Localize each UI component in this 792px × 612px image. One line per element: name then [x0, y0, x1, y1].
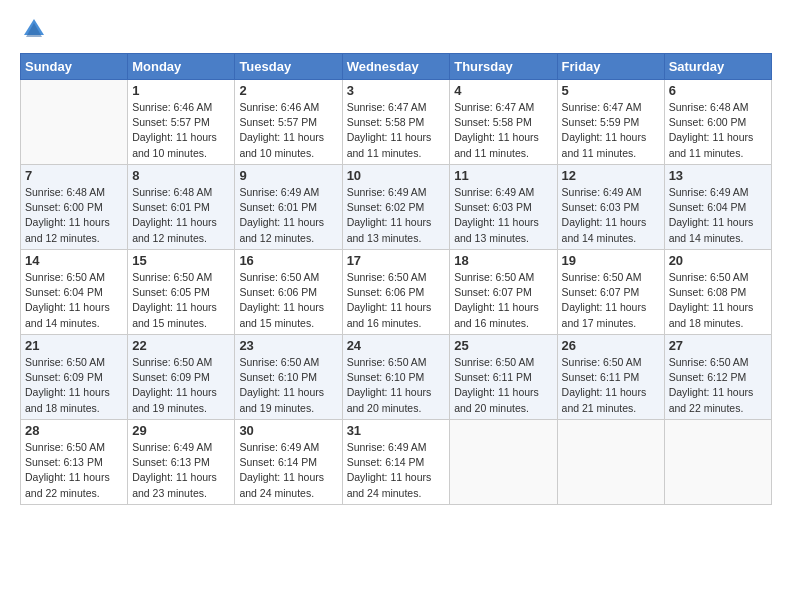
day-info: Sunrise: 6:49 AMSunset: 6:04 PMDaylight:… [669, 185, 767, 246]
day-info: Sunrise: 6:46 AMSunset: 5:57 PMDaylight:… [132, 100, 230, 161]
day-number: 23 [239, 338, 337, 353]
day-info: Sunrise: 6:50 AMSunset: 6:04 PMDaylight:… [25, 270, 123, 331]
calendar-table: SundayMondayTuesdayWednesdayThursdayFrid… [20, 53, 772, 505]
day-number: 7 [25, 168, 123, 183]
day-info: Sunrise: 6:50 AMSunset: 6:11 PMDaylight:… [454, 355, 552, 416]
day-number: 28 [25, 423, 123, 438]
page-container: SundayMondayTuesdayWednesdayThursdayFrid… [0, 0, 792, 515]
day-info: Sunrise: 6:48 AMSunset: 6:01 PMDaylight:… [132, 185, 230, 246]
day-number: 16 [239, 253, 337, 268]
day-number: 14 [25, 253, 123, 268]
day-number: 4 [454, 83, 552, 98]
day-info: Sunrise: 6:48 AMSunset: 6:00 PMDaylight:… [25, 185, 123, 246]
calendar-cell: 30Sunrise: 6:49 AMSunset: 6:14 PMDayligh… [235, 420, 342, 505]
day-info: Sunrise: 6:50 AMSunset: 6:09 PMDaylight:… [132, 355, 230, 416]
calendar-cell: 22Sunrise: 6:50 AMSunset: 6:09 PMDayligh… [128, 335, 235, 420]
calendar-cell: 10Sunrise: 6:49 AMSunset: 6:02 PMDayligh… [342, 165, 450, 250]
day-number: 12 [562, 168, 660, 183]
day-number: 26 [562, 338, 660, 353]
calendar-cell: 2Sunrise: 6:46 AMSunset: 5:57 PMDaylight… [235, 80, 342, 165]
day-info: Sunrise: 6:49 AMSunset: 6:13 PMDaylight:… [132, 440, 230, 501]
calendar-cell: 25Sunrise: 6:50 AMSunset: 6:11 PMDayligh… [450, 335, 557, 420]
calendar-cell: 28Sunrise: 6:50 AMSunset: 6:13 PMDayligh… [21, 420, 128, 505]
day-number: 24 [347, 338, 446, 353]
day-info: Sunrise: 6:49 AMSunset: 6:03 PMDaylight:… [454, 185, 552, 246]
calendar-cell [21, 80, 128, 165]
calendar-cell: 26Sunrise: 6:50 AMSunset: 6:11 PMDayligh… [557, 335, 664, 420]
calendar-cell: 16Sunrise: 6:50 AMSunset: 6:06 PMDayligh… [235, 250, 342, 335]
day-info: Sunrise: 6:47 AMSunset: 5:58 PMDaylight:… [454, 100, 552, 161]
calendar-cell: 6Sunrise: 6:48 AMSunset: 6:00 PMDaylight… [664, 80, 771, 165]
day-number: 25 [454, 338, 552, 353]
day-info: Sunrise: 6:50 AMSunset: 6:13 PMDaylight:… [25, 440, 123, 501]
calendar-header-saturday: Saturday [664, 54, 771, 80]
calendar-header-monday: Monday [128, 54, 235, 80]
calendar-week-row: 7Sunrise: 6:48 AMSunset: 6:00 PMDaylight… [21, 165, 772, 250]
calendar-cell: 21Sunrise: 6:50 AMSunset: 6:09 PMDayligh… [21, 335, 128, 420]
calendar-cell: 19Sunrise: 6:50 AMSunset: 6:07 PMDayligh… [557, 250, 664, 335]
day-info: Sunrise: 6:49 AMSunset: 6:01 PMDaylight:… [239, 185, 337, 246]
calendar-cell: 27Sunrise: 6:50 AMSunset: 6:12 PMDayligh… [664, 335, 771, 420]
day-number: 15 [132, 253, 230, 268]
day-number: 3 [347, 83, 446, 98]
day-number: 31 [347, 423, 446, 438]
day-info: Sunrise: 6:50 AMSunset: 6:06 PMDaylight:… [347, 270, 446, 331]
calendar-cell [557, 420, 664, 505]
header [20, 15, 772, 43]
day-info: Sunrise: 6:50 AMSunset: 6:08 PMDaylight:… [669, 270, 767, 331]
calendar-cell: 9Sunrise: 6:49 AMSunset: 6:01 PMDaylight… [235, 165, 342, 250]
day-info: Sunrise: 6:47 AMSunset: 5:59 PMDaylight:… [562, 100, 660, 161]
day-info: Sunrise: 6:50 AMSunset: 6:07 PMDaylight:… [454, 270, 552, 331]
day-number: 20 [669, 253, 767, 268]
calendar-cell: 23Sunrise: 6:50 AMSunset: 6:10 PMDayligh… [235, 335, 342, 420]
day-number: 9 [239, 168, 337, 183]
day-number: 22 [132, 338, 230, 353]
calendar-cell: 5Sunrise: 6:47 AMSunset: 5:59 PMDaylight… [557, 80, 664, 165]
logo-icon [20, 15, 48, 43]
calendar-week-row: 21Sunrise: 6:50 AMSunset: 6:09 PMDayligh… [21, 335, 772, 420]
day-info: Sunrise: 6:47 AMSunset: 5:58 PMDaylight:… [347, 100, 446, 161]
day-info: Sunrise: 6:46 AMSunset: 5:57 PMDaylight:… [239, 100, 337, 161]
day-info: Sunrise: 6:50 AMSunset: 6:11 PMDaylight:… [562, 355, 660, 416]
calendar-cell: 11Sunrise: 6:49 AMSunset: 6:03 PMDayligh… [450, 165, 557, 250]
day-info: Sunrise: 6:50 AMSunset: 6:06 PMDaylight:… [239, 270, 337, 331]
day-number: 10 [347, 168, 446, 183]
calendar-cell: 17Sunrise: 6:50 AMSunset: 6:06 PMDayligh… [342, 250, 450, 335]
calendar-header-wednesday: Wednesday [342, 54, 450, 80]
calendar-cell: 20Sunrise: 6:50 AMSunset: 6:08 PMDayligh… [664, 250, 771, 335]
calendar-header-friday: Friday [557, 54, 664, 80]
calendar-cell: 12Sunrise: 6:49 AMSunset: 6:03 PMDayligh… [557, 165, 664, 250]
calendar-header-sunday: Sunday [21, 54, 128, 80]
day-number: 5 [562, 83, 660, 98]
calendar-week-row: 28Sunrise: 6:50 AMSunset: 6:13 PMDayligh… [21, 420, 772, 505]
day-number: 29 [132, 423, 230, 438]
calendar-cell: 18Sunrise: 6:50 AMSunset: 6:07 PMDayligh… [450, 250, 557, 335]
day-info: Sunrise: 6:50 AMSunset: 6:12 PMDaylight:… [669, 355, 767, 416]
day-number: 11 [454, 168, 552, 183]
day-info: Sunrise: 6:49 AMSunset: 6:14 PMDaylight:… [347, 440, 446, 501]
day-info: Sunrise: 6:50 AMSunset: 6:05 PMDaylight:… [132, 270, 230, 331]
day-number: 27 [669, 338, 767, 353]
day-number: 8 [132, 168, 230, 183]
day-info: Sunrise: 6:49 AMSunset: 6:02 PMDaylight:… [347, 185, 446, 246]
calendar-week-row: 1Sunrise: 6:46 AMSunset: 5:57 PMDaylight… [21, 80, 772, 165]
day-info: Sunrise: 6:49 AMSunset: 6:03 PMDaylight:… [562, 185, 660, 246]
day-number: 21 [25, 338, 123, 353]
day-info: Sunrise: 6:50 AMSunset: 6:10 PMDaylight:… [347, 355, 446, 416]
day-info: Sunrise: 6:48 AMSunset: 6:00 PMDaylight:… [669, 100, 767, 161]
calendar-cell: 31Sunrise: 6:49 AMSunset: 6:14 PMDayligh… [342, 420, 450, 505]
calendar-week-row: 14Sunrise: 6:50 AMSunset: 6:04 PMDayligh… [21, 250, 772, 335]
calendar-cell: 13Sunrise: 6:49 AMSunset: 6:04 PMDayligh… [664, 165, 771, 250]
calendar-cell: 15Sunrise: 6:50 AMSunset: 6:05 PMDayligh… [128, 250, 235, 335]
calendar-header-thursday: Thursday [450, 54, 557, 80]
day-info: Sunrise: 6:50 AMSunset: 6:07 PMDaylight:… [562, 270, 660, 331]
day-number: 6 [669, 83, 767, 98]
day-number: 1 [132, 83, 230, 98]
day-number: 13 [669, 168, 767, 183]
calendar-cell: 29Sunrise: 6:49 AMSunset: 6:13 PMDayligh… [128, 420, 235, 505]
day-info: Sunrise: 6:49 AMSunset: 6:14 PMDaylight:… [239, 440, 337, 501]
calendar-cell [450, 420, 557, 505]
calendar-cell: 8Sunrise: 6:48 AMSunset: 6:01 PMDaylight… [128, 165, 235, 250]
calendar-header-tuesday: Tuesday [235, 54, 342, 80]
day-number: 2 [239, 83, 337, 98]
